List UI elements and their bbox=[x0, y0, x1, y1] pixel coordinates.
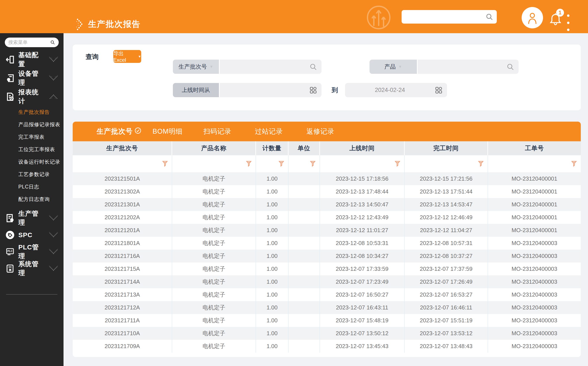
table-row[interactable]: 2023121710A电机定子1.002023-12-07 13:50:1220… bbox=[73, 327, 581, 340]
filter-funnel-icon[interactable] bbox=[477, 160, 484, 168]
table-cell bbox=[289, 275, 320, 288]
user-icon bbox=[526, 11, 539, 24]
column-header[interactable]: 单位 bbox=[289, 141, 320, 155]
table-cell: 2023-12-07 17:26:49 bbox=[405, 275, 488, 288]
table-row[interactable]: 2023121712A电机定子1.002023-12-07 16:43:1120… bbox=[73, 301, 581, 314]
tab-production-batch[interactable]: 生产批次号 bbox=[97, 122, 141, 141]
table-cell: 2023-12-15 17:18:56 bbox=[320, 172, 405, 185]
table-cell: MO-23120400003 bbox=[488, 288, 581, 301]
online-time-to-input[interactable]: 2024-02-24 bbox=[345, 83, 447, 97]
table-cell: 1.00 bbox=[256, 262, 289, 275]
filter-funnel-icon[interactable] bbox=[278, 160, 285, 168]
sidebar-subitem[interactable]: 完工率报表 bbox=[0, 131, 64, 143]
global-search-input[interactable] bbox=[402, 10, 497, 23]
table-row[interactable]: 2023121709A电机定子1.002023-12-07 13:45:4320… bbox=[73, 340, 581, 353]
table-row[interactable]: 2023121716A电机定子1.002023-12-08 10:34:2720… bbox=[73, 250, 581, 262]
sidebar-item-label: 设备管理 bbox=[18, 69, 45, 87]
filter-funnel-icon[interactable] bbox=[309, 160, 316, 168]
sidebar-subitem[interactable]: 产品报修记录报表 bbox=[0, 118, 64, 131]
column-header[interactable]: 完工时间 bbox=[405, 141, 488, 155]
table-cell: 电机定子 bbox=[172, 262, 256, 275]
dotted-chevron-down-icon bbox=[49, 56, 58, 63]
table-cell: 2023-12-07 16:53:27 bbox=[405, 288, 488, 301]
sidebar-item-system-management[interactable]: 系统管理 bbox=[0, 260, 64, 277]
table-row[interactable]: 2023121801A电机定子1.002023-12-08 10:53:3120… bbox=[73, 237, 581, 250]
sidebar-item-device-management[interactable]: 设备管理 bbox=[0, 69, 64, 87]
page-title: 生产批次报告 bbox=[88, 18, 141, 30]
sidebar-subitem[interactable]: 生产批次报告 bbox=[0, 106, 64, 118]
table-cell: 2023-12-13 14:53:47 bbox=[405, 198, 488, 211]
tab-rework-records[interactable]: 返修记录 bbox=[306, 122, 334, 141]
table-cell: 1.00 bbox=[256, 301, 289, 314]
filter-funnel-icon[interactable] bbox=[394, 160, 401, 168]
table-body: 2023121501A电机定子1.002023-12-15 17:18:5620… bbox=[73, 172, 581, 353]
table-cell: 2023-12-08 10:34:27 bbox=[320, 250, 405, 262]
sidebar-subitem[interactable]: 设备运行时长记录 bbox=[0, 156, 64, 168]
table-cell bbox=[289, 288, 320, 301]
table-cell: 1.00 bbox=[256, 185, 289, 198]
sidebar-subitem[interactable]: 工位完工率报表 bbox=[0, 143, 64, 156]
table-cell: 1.00 bbox=[256, 288, 289, 301]
kebab-menu[interactable] bbox=[567, 15, 570, 31]
column-header[interactable]: 工单号 bbox=[488, 141, 581, 155]
batch-search-input[interactable] bbox=[220, 60, 321, 74]
sidebar-item-basic-config[interactable]: 基础配置 bbox=[0, 50, 64, 69]
query-button[interactable]: 查询 bbox=[86, 53, 99, 61]
column-header[interactable]: 计数量 bbox=[256, 141, 289, 155]
sidebar-subitem[interactable]: PLC日志 bbox=[0, 181, 64, 193]
sidebar-search-input[interactable]: 搜索菜单 bbox=[5, 38, 59, 47]
sidebar-subitem[interactable]: 工艺参数记录 bbox=[0, 168, 64, 181]
table-row[interactable]: 2023121714A电机定子1.002023-12-07 17:23:4920… bbox=[73, 275, 581, 288]
sidebar-item-label: 生产管理 bbox=[18, 209, 45, 227]
online-time-from-label[interactable]: 上线时间从 bbox=[173, 83, 219, 97]
tab-scan-records[interactable]: 扫码记录 bbox=[203, 122, 231, 141]
to-label: 到 bbox=[328, 83, 342, 97]
product-field-selector[interactable]: 产品 ▼ bbox=[370, 60, 417, 74]
filter-funnel-icon[interactable] bbox=[570, 160, 578, 168]
avatar[interactable] bbox=[522, 7, 543, 28]
online-time-from-input[interactable] bbox=[220, 83, 321, 97]
sidebar-item-label: SPC bbox=[18, 231, 45, 239]
filter-funnel-icon[interactable] bbox=[245, 160, 253, 168]
sidebar-item-plc-management[interactable]: PLC PLC管理 bbox=[0, 243, 64, 260]
table-row[interactable]: 2023121302A电机定子1.002023-12-13 17:48:4420… bbox=[73, 185, 581, 198]
sidebar-subitem[interactable]: 配方日志查询 bbox=[0, 193, 64, 206]
table-cell: 2023121302A bbox=[73, 185, 172, 198]
table-cell: 2023121713A bbox=[73, 288, 172, 301]
product-field-label: 产品 bbox=[384, 63, 396, 70]
table-row[interactable]: 2023121301A电机定子1.002023-12-13 14:50:4720… bbox=[73, 198, 581, 211]
tab-bom-detail[interactable]: BOM明细 bbox=[153, 122, 183, 141]
column-header[interactable]: 上线时间 bbox=[320, 141, 405, 155]
tab-station-pass-records[interactable]: 过站记录 bbox=[255, 122, 283, 141]
table-cell bbox=[289, 314, 320, 327]
table-cell: MO-23120400001 bbox=[488, 224, 581, 237]
column-header[interactable]: 生产批次号 bbox=[73, 141, 172, 155]
table-row[interactable]: 2023121501A电机定子1.002023-12-15 17:18:5620… bbox=[73, 172, 581, 185]
table-row[interactable]: 2023121713A电机定子1.002023-12-07 16:50:2720… bbox=[73, 288, 581, 301]
table-row[interactable]: 2023121715A电机定子1.002023-12-07 17:33:5920… bbox=[73, 262, 581, 275]
batch-field-selector[interactable]: 生产批次号 ▼ bbox=[173, 60, 219, 74]
sidebar-item-spc[interactable]: SPC bbox=[0, 227, 64, 243]
table-cell bbox=[289, 224, 320, 237]
table-cell: 2023-12-12 11:01:27 bbox=[320, 224, 405, 237]
export-excel-button[interactable]: 导出Excel ▼ bbox=[113, 50, 141, 63]
sidebar-item-report-statistics[interactable]: 报表统计 bbox=[0, 87, 64, 106]
sidebar-item-production-management[interactable]: 生产管理 bbox=[0, 210, 64, 227]
product-search-input[interactable] bbox=[418, 60, 519, 74]
table-row[interactable]: 2023121711A电机定子1.002023-12-07 15:48:1920… bbox=[73, 314, 581, 327]
tabbar: 生产批次号 BOM明细 扫码记录 过站记录 返修记录 bbox=[73, 122, 581, 141]
tab-label: 返修记录 bbox=[306, 127, 334, 136]
table-cell: 2023121710A bbox=[73, 327, 172, 340]
notification-bell[interactable]: 1 bbox=[548, 12, 563, 28]
table-cell: 电机定子 bbox=[172, 237, 256, 250]
dotted-chevron-down-icon bbox=[49, 265, 58, 272]
table-cell: 2023121712A bbox=[73, 301, 172, 314]
table-cell: 1.00 bbox=[256, 224, 289, 237]
filter-funnel-icon[interactable] bbox=[161, 160, 169, 168]
table-cell: 1.00 bbox=[256, 211, 289, 224]
sidebar-item-label: 基础配置 bbox=[18, 51, 45, 69]
column-header[interactable]: 产品名称 bbox=[172, 141, 256, 155]
search-icon bbox=[485, 13, 493, 21]
table-row[interactable]: 2023121201A电机定子1.002023-12-12 11:01:2720… bbox=[73, 224, 581, 237]
table-row[interactable]: 2023121202A电机定子1.002023-12-12 12:43:4920… bbox=[73, 211, 581, 224]
